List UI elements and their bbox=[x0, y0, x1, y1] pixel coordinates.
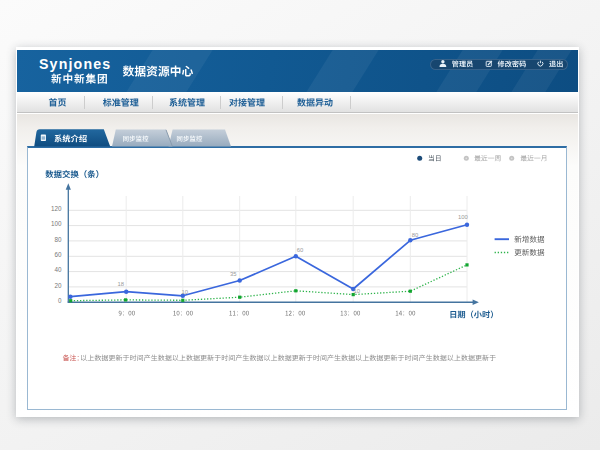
svg-text:10: 10 bbox=[354, 288, 361, 294]
svg-text:10: 10 bbox=[182, 289, 189, 295]
svg-text:18: 18 bbox=[118, 281, 125, 287]
svg-text:100: 100 bbox=[51, 220, 62, 227]
svg-text:80: 80 bbox=[54, 236, 62, 243]
svg-text:60: 60 bbox=[54, 251, 62, 258]
svg-text:60: 60 bbox=[297, 247, 304, 253]
svg-text:80: 80 bbox=[412, 232, 419, 238]
svg-text:35: 35 bbox=[230, 271, 237, 277]
svg-text:20: 20 bbox=[54, 282, 62, 289]
svg-text:0: 0 bbox=[58, 297, 62, 304]
svg-text:120: 120 bbox=[51, 205, 62, 212]
svg-text:100: 100 bbox=[458, 214, 469, 220]
svg-text:40: 40 bbox=[54, 266, 62, 273]
